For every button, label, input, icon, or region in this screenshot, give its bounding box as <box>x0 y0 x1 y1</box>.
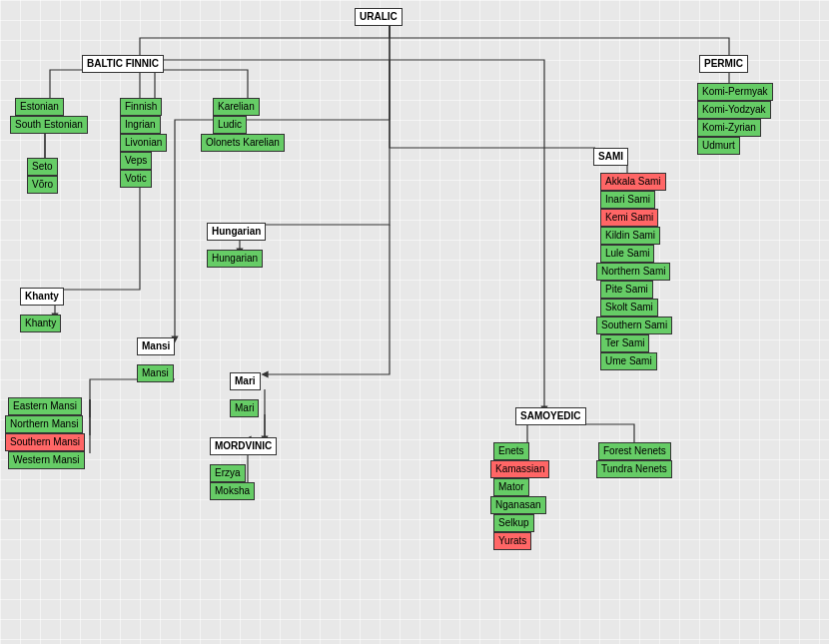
node-selkup: Selkup <box>493 514 534 532</box>
node-erzya: Erzya <box>210 464 246 482</box>
node-udmurt: Udmurt <box>697 137 740 155</box>
node-forest-nenets: Forest Nenets <box>598 442 671 460</box>
node-ingrian: Ingrian <box>120 116 161 134</box>
node-komi-zyrian: Komi-Zyrian <box>697 119 761 137</box>
node-mari-group: Mari <box>230 372 261 390</box>
node-south-estonian: South Estonian <box>10 116 88 134</box>
node-permic: PERMIC <box>699 55 748 73</box>
node-karelian: Karelian <box>213 98 260 116</box>
language-tree-diagram: URALIC BALTIC FINNIC PERMIC Komi-Permyak… <box>0 0 829 644</box>
node-ume-sami: Ume Sami <box>600 352 657 370</box>
node-ludic: Ludic <box>213 116 247 134</box>
node-eastern-mansi: Eastern Mansi <box>8 397 82 415</box>
node-voro: Võro <box>27 176 58 194</box>
node-olonets-karelian: Olonets Karelian <box>201 134 285 152</box>
node-ter-sami: Ter Sami <box>600 334 649 352</box>
node-akkala-sami: Akkala Sami <box>600 173 666 191</box>
node-enets: Enets <box>493 442 529 460</box>
node-skolt-sami: Skolt Sami <box>600 299 658 317</box>
node-komi-permyak: Komi-Permyak <box>697 83 773 101</box>
node-hungarian: Hungarian <box>207 250 263 268</box>
node-komi-yodzyak: Komi-Yodzyak <box>697 101 771 119</box>
node-northern-mansi: Northern Mansi <box>5 415 83 433</box>
node-khanty: Khanty <box>20 315 61 332</box>
node-nganasan: Nganasan <box>490 496 546 514</box>
node-kemi-sami: Kemi Sami <box>600 209 658 227</box>
node-estonian: Estonian <box>15 98 64 116</box>
node-khanty-group: Khanty <box>20 288 64 306</box>
node-pite-sami: Pite Sami <box>600 281 653 299</box>
node-kildin-sami: Kildin Sami <box>600 227 660 245</box>
node-seto: Seto <box>27 158 58 176</box>
node-mordvinic: MORDVINIC <box>210 437 277 455</box>
node-mansi-group: Mansi <box>137 337 175 355</box>
node-uralic: URALIC <box>355 8 403 26</box>
node-western-mansi: Western Mansi <box>8 451 85 469</box>
node-veps: Veps <box>120 152 152 170</box>
node-southern-mansi: Southern Mansi <box>5 433 85 451</box>
node-kamassian: Kamassian <box>490 460 549 478</box>
node-livonian: Livonian <box>120 134 167 152</box>
node-mari: Mari <box>230 399 259 417</box>
node-inari-sami: Inari Sami <box>600 191 655 209</box>
node-hungarian-group: Hungarian <box>207 223 266 241</box>
node-sami: SAMI <box>593 148 628 166</box>
node-mator: Mator <box>493 478 529 496</box>
node-tundra-nenets: Tundra Nenets <box>596 460 672 478</box>
node-northern-sami: Northern Sami <box>596 263 670 281</box>
node-southern-sami: Southern Sami <box>596 317 672 334</box>
node-votic: Votic <box>120 170 152 188</box>
node-yurats: Yurats <box>493 532 531 550</box>
node-lule-sami: Lule Sami <box>600 245 654 263</box>
node-finnish: Finnish <box>120 98 162 116</box>
node-mansi: Mansi <box>137 364 174 382</box>
node-samoyedic: SAMOYEDIC <box>515 407 586 425</box>
node-baltic-finnic: BALTIC FINNIC <box>82 55 164 73</box>
node-moksha: Moksha <box>210 482 255 500</box>
